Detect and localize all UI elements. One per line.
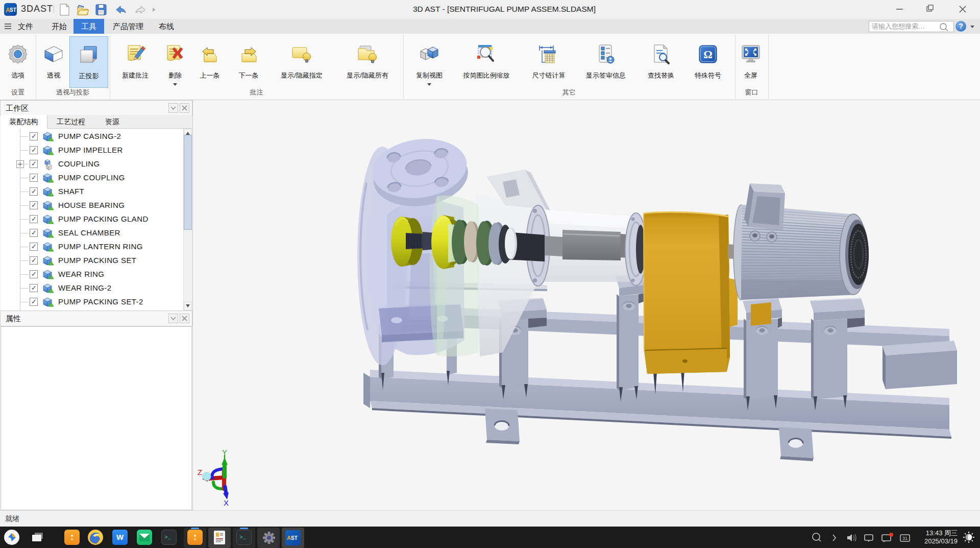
svg-text:Y: Y <box>222 448 227 457</box>
svg-text:X: X <box>224 498 229 507</box>
svg-text:31: 31 <box>902 536 908 541</box>
svg-text:Ω: Ω <box>703 48 713 61</box>
svg-text:Z: Z <box>198 468 202 476</box>
